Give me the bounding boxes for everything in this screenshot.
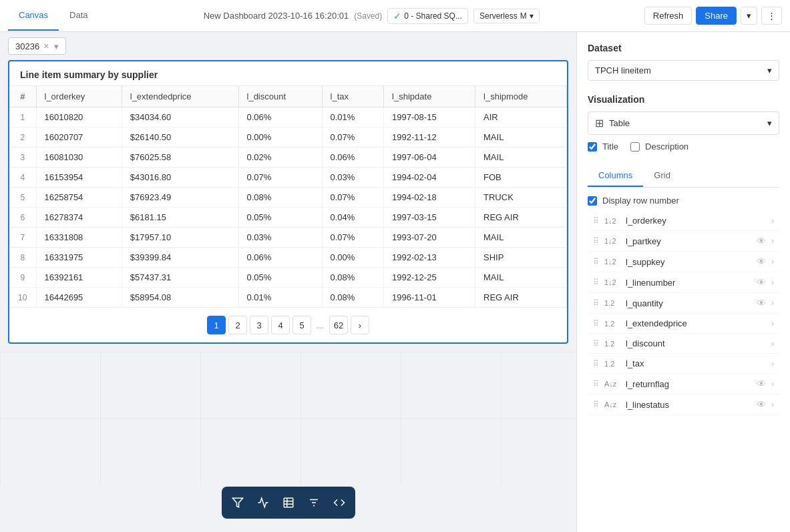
display-row-number-checkbox[interactable]: [588, 196, 597, 206]
tab-grid[interactable]: Grid: [643, 165, 681, 187]
filter-expand-icon[interactable]: ▾: [54, 41, 59, 51]
dataset-chevron-icon: ▾: [767, 65, 772, 75]
share-button[interactable]: Share: [696, 7, 737, 25]
cell-shipdate: 1997-08-15: [384, 107, 475, 127]
table-row: 5 16258754 $76923.49 0.08% 0.07% 1994-02…: [9, 188, 567, 208]
cell-extendedprice: $58954.08: [122, 288, 238, 308]
filter2-toolbar-btn[interactable]: [302, 491, 326, 515]
widget-title: Line item summary by supplier: [9, 61, 567, 86]
status-badge[interactable]: ✓ 0 - Shared SQ...: [387, 8, 468, 24]
column-item[interactable]: ⠿ A↓z l_linestatus 👁 ›: [588, 394, 779, 415]
status-text: 0 - Shared SQ...: [404, 11, 462, 21]
cell-shipmode: FOB: [475, 168, 567, 188]
filter-toolbar-btn[interactable]: [226, 491, 250, 515]
col-hide-icon[interactable]: 👁: [757, 236, 766, 246]
table-row: 2 16020707 $26140.50 0.00% 0.07% 1992-11…: [9, 127, 567, 148]
col-expand-icon[interactable]: ›: [771, 339, 774, 348]
cell-extendedprice: $43016.80: [122, 168, 238, 188]
col-expand-icon[interactable]: ›: [771, 379, 774, 388]
page-btn-1[interactable]: 1: [207, 316, 226, 334]
col-drag-handle[interactable]: ⠿: [593, 257, 599, 266]
title-checkbox[interactable]: [588, 142, 597, 152]
cell-discount: 0.00%: [238, 127, 322, 148]
col-hide-icon[interactable]: 👁: [757, 277, 766, 288]
chart-toolbar-btn[interactable]: [251, 491, 275, 515]
col-drag-handle[interactable]: ⠿: [593, 359, 599, 368]
col-expand-icon[interactable]: ›: [771, 216, 774, 226]
col-header-orderkey[interactable]: l_orderkey: [36, 86, 122, 107]
cell-discount: 0.01%: [238, 288, 322, 308]
cell-extendedprice: $76025.58: [122, 148, 238, 168]
col-drag-handle[interactable]: ⠿: [593, 236, 599, 246]
cell-extendedprice: $6181.15: [122, 208, 238, 228]
col-header-extendedprice[interactable]: l_extendedprice: [122, 86, 238, 107]
col-hide-icon[interactable]: 👁: [757, 399, 766, 410]
filter-close-icon[interactable]: ×: [43, 41, 49, 51]
dataset-select[interactable]: TPCH lineitem ▾: [588, 60, 779, 81]
tab-data[interactable]: Data: [59, 1, 98, 31]
page-btn-4[interactable]: 4: [271, 316, 290, 334]
column-item[interactable]: ⠿ 1↓2 l_partkey 👁 ›: [588, 231, 779, 252]
code-toolbar-btn[interactable]: [327, 491, 351, 515]
dashboard-title: New Dashboard 2023-10-16 16:20:01: [204, 11, 349, 21]
col-expand-icon[interactable]: ›: [771, 400, 774, 409]
column-item[interactable]: ⠿ 1.2 l_quantity 👁 ›: [588, 293, 779, 314]
tab-columns[interactable]: Columns: [588, 165, 643, 187]
table-toolbar-btn[interactable]: [276, 491, 301, 515]
col-expand-icon[interactable]: ›: [771, 257, 774, 266]
filter-value: 30236: [15, 41, 39, 51]
column-item[interactable]: ⠿ 1.2 l_tax ›: [588, 354, 779, 374]
chevron-down-share-button[interactable]: ▾: [741, 7, 757, 25]
description-checkbox[interactable]: [630, 142, 640, 152]
column-item[interactable]: ⠿ 1.2 l_extendedprice ›: [588, 314, 779, 334]
col-header-shipmode[interactable]: l_shipmode: [475, 86, 567, 107]
cell-discount: 0.06%: [238, 248, 322, 268]
cell-discount: 0.02%: [238, 148, 322, 168]
column-item[interactable]: ⠿ 1↓2 l_suppkey 👁 ›: [588, 252, 779, 272]
viz-chevron-icon: ▾: [767, 118, 772, 128]
cell-num: 2: [9, 127, 36, 148]
cell-shipmode: REG AIR: [475, 208, 567, 228]
col-hide-icon[interactable]: 👁: [757, 298, 766, 308]
col-drag-handle[interactable]: ⠿: [593, 339, 599, 348]
page-btn-5[interactable]: 5: [292, 316, 311, 334]
page-btn-2[interactable]: 2: [228, 316, 247, 334]
topbar-actions: Refresh Share ▾ ⋮: [644, 7, 782, 25]
table-row: 8 16331975 $39399.84 0.06% 0.00% 1992-02…: [9, 248, 567, 268]
cell-tax: 0.06%: [322, 148, 384, 168]
col-type-icon: 1↓2: [604, 258, 620, 266]
col-drag-handle[interactable]: ⠿: [593, 298, 599, 308]
title-row: Title Description: [588, 142, 779, 152]
col-drag-handle[interactable]: ⠿: [593, 400, 599, 409]
col-hide-icon[interactable]: 👁: [757, 378, 766, 389]
col-drag-handle[interactable]: ⠿: [593, 379, 599, 388]
col-hide-icon[interactable]: 👁: [757, 256, 766, 267]
col-header-tax[interactable]: l_tax: [322, 86, 384, 107]
col-expand-icon[interactable]: ›: [771, 298, 774, 308]
col-header-discount[interactable]: l_discount: [238, 86, 322, 107]
canvas: 30236 × ▾ Line item summary by supplier …: [0, 32, 576, 532]
col-header-shipdate[interactable]: l_shipdate: [384, 86, 475, 107]
refresh-button[interactable]: Refresh: [644, 7, 693, 25]
col-drag-handle[interactable]: ⠿: [593, 319, 599, 328]
column-item[interactable]: ⠿ 1↓2 l_linenumber 👁 ›: [588, 272, 779, 293]
column-item[interactable]: ⠿ 1↓2 l_orderkey ›: [588, 211, 779, 231]
page-btn-last[interactable]: 62: [329, 316, 348, 334]
col-expand-icon[interactable]: ›: [771, 278, 774, 287]
more-options-button[interactable]: ⋮: [761, 7, 782, 25]
filter-tag[interactable]: 30236 × ▾: [8, 37, 66, 55]
page-next-button[interactable]: ›: [351, 316, 369, 334]
col-expand-icon[interactable]: ›: [771, 319, 774, 328]
column-item[interactable]: ⠿ 1.2 l_discount ›: [588, 334, 779, 354]
cell-shipmode: MAIL: [475, 127, 567, 148]
col-expand-icon[interactable]: ›: [771, 236, 774, 246]
serverless-badge[interactable]: Serverless M ▾: [473, 9, 540, 23]
column-item[interactable]: ⠿ A↓z l_returnflag 👁 ›: [588, 374, 779, 394]
col-type-icon: A↓z: [604, 401, 620, 409]
page-btn-3[interactable]: 3: [250, 316, 268, 334]
tab-canvas[interactable]: Canvas: [8, 1, 59, 31]
viz-select[interactable]: ⊞ Table ▾: [588, 111, 779, 135]
col-expand-icon[interactable]: ›: [771, 359, 774, 368]
col-drag-handle[interactable]: ⠿: [593, 216, 599, 226]
col-drag-handle[interactable]: ⠿: [593, 278, 599, 287]
